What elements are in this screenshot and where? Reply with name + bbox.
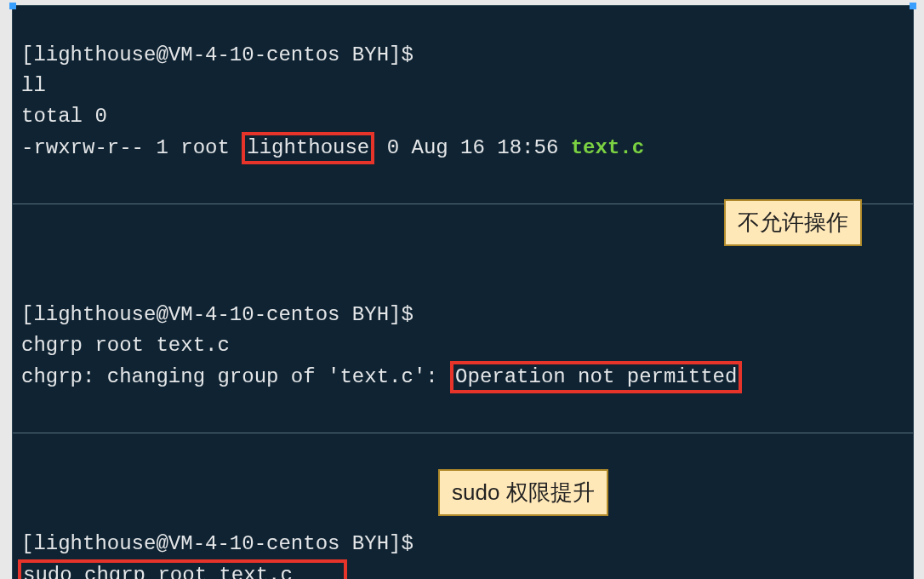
terminal-window: [lighthouse@VM-4-10-centos BYH]$ ll tota… — [12, 5, 914, 579]
blank-line — [21, 272, 33, 295]
highlight-sudo-command: sudo chgrp root text.c — [18, 559, 347, 579]
terminal-block-1: [lighthouse@VM-4-10-centos BYH]$ ll tota… — [13, 6, 913, 204]
terminal-block-3: sudo 权限提升 [lighthouse@VM-4-10-centos BYH… — [13, 433, 913, 579]
output-total: total 0 — [21, 105, 107, 128]
annotation-not-allowed: 不允许操作 — [724, 199, 862, 246]
highlight-error: Operation not permitted — [450, 361, 742, 393]
error-prefix: chgrp: changing group of 'text.c': — [21, 365, 450, 388]
prompt: [lighthouse@VM-4-10-centos BYH]$ — [21, 532, 414, 555]
annotation-sudo-elevate: sudo 权限提升 — [438, 469, 608, 516]
ls-line-mid: 0 Aug 16 18:56 — [374, 136, 570, 159]
prompt: [lighthouse@VM-4-10-centos BYH]$ — [21, 303, 414, 326]
terminal-block-2: 不允许操作 [lighthouse@VM-4-10-centos BYH]$ c… — [13, 204, 913, 433]
ls-line-start: -rwxrw-r-- 1 root — [21, 136, 242, 159]
highlight-group-lighthouse: lighthouse — [242, 132, 374, 164]
prompt: [lighthouse@VM-4-10-centos BYH]$ — [21, 43, 414, 66]
filename: text.c — [571, 136, 644, 159]
blank-line — [21, 502, 33, 525]
command-ll: ll — [21, 74, 46, 97]
command-chgrp: chgrp root text.c — [21, 334, 230, 357]
